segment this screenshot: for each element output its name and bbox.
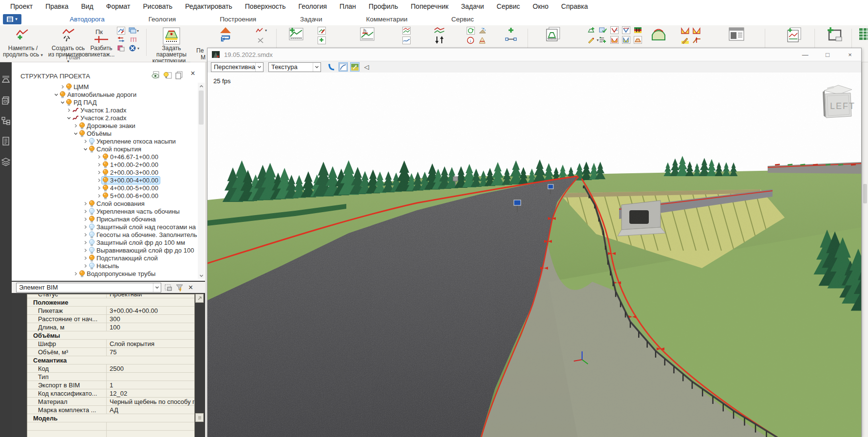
expander-collapsed-icon[interactable] [83,233,88,237]
tree-item[interactable]: ЦММ [12,83,197,91]
property-section-header[interactable]: Положение [27,298,194,307]
v-red-icon[interactable] [610,26,619,34]
swap-arrows-icon[interactable] [117,36,125,43]
expander-collapsed-icon[interactable] [60,85,65,89]
v-blue-icon[interactable] [622,26,630,34]
tree-item[interactable]: Насыпь [12,262,197,270]
property-row[interactable]: Длина, м100 [27,323,194,331]
3d-scene[interactable] [208,73,861,437]
viewer-title-bar[interactable]: 19.05.2022.smdx — □ × [208,48,861,61]
property-row[interactable]: ШифрСлой покрытия [27,340,194,348]
close-button[interactable]: × [839,51,861,58]
cross-section-icon[interactable] [1,75,11,85]
expander-collapsed-icon[interactable] [73,272,78,276]
expander-expanded-icon[interactable] [54,92,59,97]
property-row[interactable]: Тип [27,373,194,381]
measure-x-icon[interactable] [257,36,265,44]
layers-dropdown-icon[interactable]: ▾ [129,27,139,35]
chevron-down-icon[interactable] [313,63,321,72]
tree-item[interactable]: Присыпная обочина [12,215,197,223]
property-section-header[interactable]: Семантика [27,356,194,364]
pegs-icon[interactable] [130,36,138,43]
report-doc-icon[interactable] [1,136,11,146]
tree-item[interactable]: Геосоты на обочине. Заполнитель [12,231,197,238]
ribbon-tab-Автодорога[interactable]: Автодорога [48,16,127,23]
menu-item[interactable]: План [333,2,362,10]
expander-collapsed-icon[interactable] [83,139,88,144]
tree-item[interactable]: 3+00.00-4+00.00 [12,176,197,184]
expander-collapsed-icon[interactable] [83,264,88,268]
menu-item[interactable]: Поперечник [404,2,454,10]
tree-item[interactable]: Подстилающий слой [12,254,197,262]
recalc-axis-icon[interactable] [218,26,233,43]
expander-collapsed-icon[interactable] [96,163,102,167]
expander-expanded-icon[interactable] [73,131,78,136]
tree-item[interactable]: 5+00.00-6+00.00 [12,192,197,200]
chevron-down-icon[interactable] [255,63,263,72]
zigzag-style-icon[interactable]: ▾ [255,27,268,35]
expander-collapsed-icon[interactable] [96,170,102,175]
menu-item[interactable]: Поверхность [239,2,292,10]
ribbon-button-split-stationing[interactable]: ПкРазбитьпикетаж... [87,26,116,58]
expander-expanded-icon[interactable] [66,116,72,120]
box-check-icon[interactable] [599,26,607,34]
profiles-stack-icon[interactable] [402,27,411,35]
expander-collapsed-icon[interactable] [83,225,88,229]
trapezoid-box-icon[interactable] [634,36,642,44]
band-updown-icon[interactable] [634,26,642,34]
scrollbar-thumb[interactable] [863,184,867,203]
ditch-yellow-1-icon[interactable] [610,36,619,44]
palette-icon[interactable] [117,44,125,52]
profile-edit-icon[interactable] [318,27,326,35]
pencil-yellow-icon[interactable] [680,36,690,45]
window-panel-icon[interactable] [728,26,745,42]
profile-ok-icon[interactable] [467,27,475,35]
scroll-down-icon[interactable] [198,272,205,279]
ditch-b-icon[interactable] [692,26,701,35]
ditch-yellow-2-icon[interactable] [622,36,630,44]
tree-item[interactable]: Объёмы [12,129,197,137]
menu-item[interactable]: Задачи [455,2,491,10]
structure-tree-icon[interactable] [1,116,11,126]
ditch-a-icon[interactable] [680,26,690,35]
menu-item[interactable]: Вид [75,2,99,10]
table-icon[interactable] [858,26,868,42]
back-arrow-icon[interactable]: ◁ [362,62,371,72]
tree-scrollbar[interactable] [198,83,205,279]
expander-collapsed-icon[interactable] [83,217,88,221]
property-section-header[interactable]: Объёмы [27,331,194,340]
menu-item[interactable]: Окно [527,2,555,10]
trapezoid-add-icon[interactable] [587,26,595,34]
copy-pages-icon[interactable] [175,71,184,79]
layers-icon[interactable] [1,157,11,166]
ribbon-tab-Комментарии[interactable]: Комментарии [344,16,429,23]
grid-scroll-up-button[interactable] [195,294,204,303]
menu-item[interactable]: Сервис [491,2,527,10]
property-section-header[interactable]: Модель [27,414,194,422]
compass-dropdown-icon[interactable]: ▾ [129,44,140,52]
curve-view-icon[interactable] [339,62,348,72]
profiles-updown-icon[interactable] [434,27,446,35]
ribbon-tab-Геология[interactable]: Геология [127,16,198,23]
property-row[interactable]: Экспорт в BIM1 [27,381,194,389]
close-icon[interactable]: × [187,283,195,291]
projection-combobox[interactable]: Перспективная [211,62,264,72]
ribbon-button-construction-params[interactable]: Задать параметрыконструкции... [146,26,197,64]
app-menu-button[interactable]: ▾ [3,14,21,24]
profile-h-icon[interactable]: h [359,26,375,42]
tree-item[interactable]: Участок 2.roadx [12,114,197,122]
callout-icon[interactable] [327,62,336,72]
expander-collapsed-icon[interactable] [83,201,88,206]
tree-item[interactable]: Дорожные знаки [12,122,197,129]
cone-icon[interactable] [478,36,487,44]
expander-collapsed-icon[interactable] [83,256,88,260]
menu-item[interactable]: Правка [39,2,75,10]
property-row[interactable]: МатериалЧерный щебень по способу пр... [27,398,194,406]
tree-item[interactable]: Автомобильные дороги [12,91,197,98]
tree-item[interactable]: Защитный слой фр до 100 мм [12,238,197,246]
tree-item[interactable]: Слой основания [12,200,197,207]
property-row[interactable]: СтатусПроектный [27,294,194,298]
tree-item[interactable]: 0+46.67-1+00.00 [12,153,197,161]
texture-view-icon[interactable] [350,62,359,72]
minimize-button[interactable]: — [794,51,816,58]
